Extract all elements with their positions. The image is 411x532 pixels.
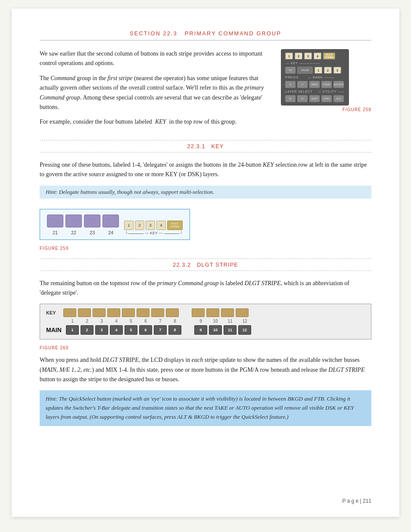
utility-label: — UTILITY ——	[318, 90, 345, 93]
fig260-n2: 2	[81, 319, 93, 324]
fig259-key-btns: 1 2 3 4 DLGTSTRIPE	[124, 221, 183, 230]
bank-to: TO	[285, 67, 296, 74]
fig260-n5: 5	[125, 319, 137, 324]
previz-label: PREVIZ	[285, 76, 299, 79]
fig259-content: 21 22 23 24 1 2 3 4 DLGTSTRIPE └	[47, 215, 183, 235]
fig259-purple-1	[47, 215, 63, 227]
fig260-key-btns-left	[63, 308, 179, 317]
intro-section: We saw earlier that the second column of…	[40, 49, 371, 132]
fig260-main-row: MAIN 1 2 3 4 5 6 7 8 9 10 11 12	[46, 325, 365, 335]
fig260-main-btns-left: 1 2 3 4 5 6 7 8	[66, 325, 181, 335]
fig259-num-23: 23	[84, 230, 100, 235]
fig259-key-text: — KEY —	[145, 231, 163, 235]
fig260-main-b7: 7	[154, 325, 167, 335]
subsection-221-divider: 22.3.1 KEY	[40, 140, 371, 152]
fig260-num-row: 1 2 3 4 5 6 7 8 9 10 11 12	[46, 319, 365, 324]
fig259-purple-3	[84, 215, 100, 227]
paragraph-key: Pressing one of these buttons, labeled 1…	[40, 160, 371, 180]
fig260-key-b9	[192, 308, 205, 317]
fig259-key-1: 1	[124, 221, 134, 230]
fig260-n4: 4	[110, 319, 123, 324]
fig260-n3: 3	[95, 319, 108, 324]
page-number: P a g e | 211	[342, 498, 371, 504]
layer-mem: MEM	[309, 81, 320, 88]
device-row-layer-label: LAYER SELECT — UTILITY ——	[285, 90, 345, 93]
device-row-key: 1 2 3 4 DLGTSTRIPE	[285, 53, 345, 59]
fig259-key-2: 2	[135, 221, 144, 230]
fig260-key-label: KEY	[46, 310, 63, 315]
fig260-main-b12: 12	[238, 325, 251, 335]
fig260-main-b11: 11	[224, 325, 237, 335]
fig259-bracket-line	[128, 233, 143, 234]
bank-label: — BANK ———	[308, 76, 334, 79]
fig260-key-b8	[166, 308, 179, 317]
fig258-caption: FIGURE 258	[281, 107, 371, 112]
fig260-key-b12	[236, 308, 249, 317]
fig260-n6: 6	[139, 319, 152, 324]
device-row-bank-label: PREVIZ — BANK ———	[285, 76, 345, 79]
fig260-n1: 1	[66, 319, 79, 324]
fig260-main-b4: 4	[110, 325, 123, 335]
fig259-num-21: 21	[47, 230, 63, 235]
key-btn-dlgt: DLGTSTRIPE	[323, 53, 335, 59]
key-btn-4: 4	[314, 53, 321, 59]
fig259-bracket: └ — KEY — ┘	[124, 231, 183, 235]
fig260-main-b5: 5	[125, 325, 137, 335]
fig260-key-b4	[107, 308, 120, 317]
fig260-main-label: MAIN	[46, 327, 66, 333]
device-row-key-label: — KEY ——————	[285, 62, 345, 65]
section-header: SECTION 22.3 PRIMARY COMMAND GROUP	[40, 30, 371, 40]
fig260-main-b8: 8	[168, 325, 181, 335]
subsection-221-number: 22.3.1	[187, 143, 205, 149]
paragraph-2: The Command group in the first stripe (n…	[40, 74, 272, 112]
fig260-key-b11	[221, 308, 234, 317]
page: SECTION 22.3 PRIMARY COMMAND GROUP We sa…	[12, 9, 399, 517]
fig260-key-row: KEY	[46, 308, 365, 317]
fig259-nums-row: 21 22 23 24	[47, 230, 119, 235]
paragraph-3: For example, consider the four buttons l…	[40, 117, 272, 127]
bottom-d: D	[297, 95, 308, 102]
layer-select-label: LAYER SELECT	[285, 90, 313, 93]
layer-c: C	[297, 81, 308, 88]
fig259-key-3: 3	[146, 221, 155, 230]
fig260-key-b3	[93, 308, 106, 317]
fig260-n9: 9	[194, 319, 207, 324]
fig260-key-b5	[122, 308, 135, 317]
device-panel-258: 1 2 3 4 DLGTSTRIPE — KEY —————— TO FROM …	[281, 49, 349, 106]
bottom-ctrl: CTRL	[321, 95, 332, 102]
fig260-n11: 11	[224, 319, 237, 324]
paragraph-dlgt1: The remaining button on the topmost row …	[40, 279, 371, 298]
fig259-caption: FIGURE 259	[40, 246, 371, 251]
figure-258-image: 1 2 3 4 DLGTSTRIPE — KEY —————— TO FROM …	[281, 49, 371, 132]
fig259-right-group: 1 2 3 4 DLGTSTRIPE └ — KEY — ┘	[124, 221, 183, 235]
fig260-nums-right: 9 10 11 12	[194, 319, 251, 324]
device-row-bottom: B D SHFT CTRL ALT	[285, 95, 345, 102]
layer-macro: MACRO	[333, 81, 344, 88]
fig260-n7: 7	[154, 319, 167, 324]
key-btn-1: 1	[285, 53, 293, 59]
fig260-key-b1	[63, 308, 76, 317]
fig260-caption: FIGURE 260	[40, 345, 371, 350]
paragraph-1: We saw earlier that the second column of…	[40, 49, 272, 68]
fig259-left-btns: 21 22 23 24	[47, 215, 119, 235]
hint1-text: Hint: Delegate buttons usually, though n…	[46, 189, 214, 195]
subsection-221-title: KEY	[211, 143, 224, 149]
fig260-main-b1: 1	[66, 325, 79, 335]
bottom-alt: ALT	[333, 95, 344, 102]
fig260-key-b7	[151, 308, 164, 317]
bottom-b: B	[285, 95, 296, 102]
section-title: PRIMARY COMMAND GROUP	[185, 30, 281, 37]
bank-1: 1	[314, 67, 322, 74]
fig259-key-4: 4	[156, 221, 166, 230]
subsection-232-divider: 22.3.2 DLGT STRIPE	[40, 258, 371, 271]
fig259-dlgt-btn: DLGTSTRIPE	[167, 221, 183, 230]
figure-259-box: 21 22 23 24 1 2 3 4 DLGTSTRIPE └	[40, 209, 190, 240]
hint-box-1: Hint: Delegate buttons usually, though n…	[40, 186, 371, 199]
fig259-bracket-line-r	[164, 233, 179, 234]
fig260-main-b10: 10	[209, 325, 222, 335]
fig259-purple-row	[47, 215, 119, 227]
key-btn-2: 2	[295, 53, 302, 59]
fig260-nums-left: 1 2 3 4 5 6 7 8	[66, 319, 181, 324]
key-label-text: — KEY ——————	[286, 62, 320, 65]
hint2-text: Hint: The QuickSelect button (marked wit…	[46, 395, 354, 420]
